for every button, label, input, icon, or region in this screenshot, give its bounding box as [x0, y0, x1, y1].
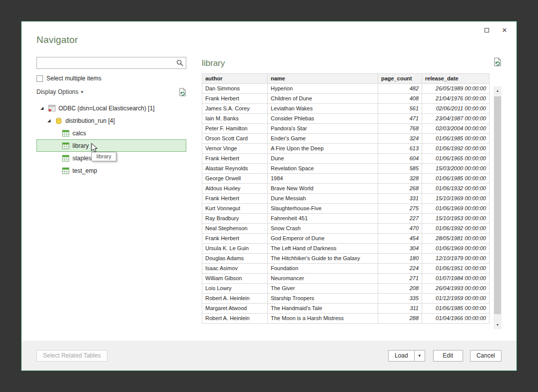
table-row: Frank Herbert God Emperor of Dune 454 28…	[202, 234, 490, 244]
maximize-button[interactable]	[482, 25, 492, 34]
cell-name: 1984	[268, 174, 378, 184]
column-header-release-date: release_date	[422, 74, 490, 84]
cell-author: James S.A. Corey	[202, 104, 268, 114]
scroll-up-icon[interactable]: ▲	[494, 86, 502, 95]
cell-author: Frank Herbert	[202, 234, 268, 244]
cell-release-date: 02/03/2004 00:00:00	[422, 124, 490, 134]
cell-name: Starship Troopers	[268, 294, 378, 304]
cell-page-count: 335	[378, 294, 422, 304]
cell-author: Aldous Huxley	[202, 184, 268, 194]
cell-name: The Giver	[268, 284, 378, 294]
cell-name: Slaughterhouse-Five	[268, 204, 378, 214]
column-header-name: name	[268, 74, 378, 84]
column-header-page-count: page_count	[378, 74, 422, 84]
cell-release-date: 01/06/1969 00:00:00	[422, 204, 490, 214]
select-related-tables-button[interactable]: Select Related Tables	[36, 350, 107, 362]
table-row: Dan Simmons Hyperion 482 26/05/1989 00:0…	[202, 84, 490, 94]
cell-name: Neuromancer	[268, 274, 378, 284]
load-button[interactable]: Load	[388, 350, 414, 362]
tree-item-test-emp[interactable]: test_emp	[36, 164, 186, 177]
cell-author: Orson Scott Card	[202, 134, 268, 144]
cell-name: Fahrenheit 451	[268, 214, 378, 224]
table-row: Alastair Reynolds Revelation Space 585 1…	[202, 164, 490, 174]
refresh-icon[interactable]	[179, 88, 186, 96]
cell-author: Peter F. Hamilton	[202, 124, 268, 134]
cell-author: Lois Lowry	[202, 284, 268, 294]
cell-author: Douglas Adams	[202, 254, 268, 264]
select-multiple-checkbox[interactable]	[36, 75, 43, 82]
cell-release-date: 01/06/1985 00:00:00	[422, 304, 490, 314]
preview-scrollbar[interactable]: ▲ ▼	[494, 86, 502, 329]
cell-page-count: 328	[378, 174, 422, 184]
cell-release-date: 23/04/1987 00:00:00	[422, 114, 490, 124]
cell-name: The Handmaid's Tale	[268, 304, 378, 314]
search-icon[interactable]	[174, 59, 186, 66]
cell-page-count: 208	[378, 284, 422, 294]
cell-author: Iain M. Banks	[202, 114, 268, 124]
display-options-dropdown[interactable]: Display Options ▾	[36, 88, 83, 95]
load-dropdown-button[interactable]: ▾	[414, 350, 425, 362]
expander-icon[interactable]: ◢	[40, 106, 48, 110]
expander-icon[interactable]: ◢	[47, 118, 55, 123]
table-row: Frank Herbert Dune 604 01/06/1965 00:00:…	[202, 154, 490, 164]
tree-item-library[interactable]: library	[36, 139, 186, 152]
close-button[interactable]: ✕	[500, 25, 510, 34]
close-icon: ✕	[502, 26, 508, 34]
table-row: Orson Scott Card Ender's Game 324 01/06/…	[202, 134, 490, 144]
cell-name: Brave New World	[268, 184, 378, 194]
preview-table: author name page_count release_date Dan …	[202, 73, 490, 324]
cell-author: Frank Herbert	[202, 94, 268, 104]
cell-name: Hyperion	[268, 84, 378, 94]
table-row: Neal Stephenson Snow Crash 470 01/06/199…	[202, 224, 490, 234]
table-row: Iain M. Banks Consider Phlebas 471 23/04…	[202, 114, 490, 124]
cancel-button[interactable]: Cancel	[470, 350, 502, 362]
cell-page-count: 482	[378, 84, 422, 94]
edit-button[interactable]: Edit	[433, 350, 463, 362]
cell-name: Pandora's Star	[268, 124, 378, 134]
refresh-preview-icon[interactable]	[494, 57, 502, 66]
cell-release-date: 01/06/1932 00:00:00	[422, 184, 490, 194]
cell-page-count: 408	[378, 94, 422, 104]
cell-name: The Left Hand of Darkness	[268, 244, 378, 254]
cell-release-date: 02/06/2011 00:00:00	[422, 104, 490, 114]
table-row: Margaret Atwood The Handmaid's Tale 311 …	[202, 304, 490, 314]
cell-release-date: 01/06/1992 00:00:00	[422, 224, 490, 234]
table-row: Lois Lowry The Giver 208 26/04/1993 00:0…	[202, 284, 490, 294]
select-multiple-row[interactable]: Select multiple items	[36, 74, 186, 83]
cell-release-date: 01/06/1985 00:00:00	[422, 134, 490, 144]
load-split-button: Load ▾	[388, 350, 425, 362]
scroll-down-icon[interactable]: ▼	[494, 321, 502, 329]
tree-item-calcs[interactable]: calcs	[36, 127, 186, 139]
cell-name: Snow Crash	[268, 224, 378, 234]
cell-author: George Orwell	[202, 174, 268, 184]
cell-page-count: 288	[378, 314, 422, 324]
table-row: Robert A. Heinlein The Moon is a Harsh M…	[202, 314, 490, 324]
tree-item-label: staples	[72, 155, 91, 162]
search-input[interactable]	[37, 57, 174, 68]
navigator-dialog: ✕ Navigator Select multiple items Displa…	[21, 21, 517, 371]
cell-page-count: 604	[378, 154, 422, 164]
cell-page-count: 613	[378, 144, 422, 154]
cell-name: The Hitchhiker's Guide to the Galaxy	[268, 254, 378, 264]
cell-author: Ray Bradbury	[202, 214, 268, 224]
cell-page-count: 180	[378, 254, 422, 264]
table-row: Aldous Huxley Brave New World 268 01/06/…	[202, 184, 490, 194]
cell-release-date: 26/05/1989 00:00:00	[422, 84, 490, 94]
table-row: George Orwell 1984 328 01/06/1985 00:00:…	[202, 174, 490, 184]
table-row: James S.A. Corey Leviathan Wakes 561 02/…	[202, 104, 490, 114]
scrollbar-thumb[interactable]	[494, 96, 501, 314]
navigation-tree: ◢ ODBC (dsn=Local Elasticsearch) [1] ◢	[36, 102, 186, 177]
table-row: Ray Bradbury Fahrenheit 451 227 15/10/19…	[202, 214, 490, 224]
tree-item-odbc-source[interactable]: ◢ ODBC (dsn=Local Elasticsearch) [1]	[36, 102, 186, 114]
cell-author: Margaret Atwood	[202, 304, 268, 314]
tree-item-distribution-run[interactable]: ◢ distribution_run [4]	[36, 114, 186, 127]
cell-page-count: 275	[378, 204, 422, 214]
cell-author: Dan Simmons	[202, 84, 268, 94]
chevron-down-icon: ▾	[418, 353, 421, 358]
cell-release-date: 28/05/1981 00:00:00	[422, 234, 490, 244]
table-icon	[62, 155, 72, 162]
cell-release-date: 15/03/2000 00:00:00	[422, 164, 490, 174]
cell-name: Dune Messiah	[268, 194, 378, 204]
table-icon	[62, 130, 72, 137]
cell-release-date: 01/06/1992 00:00:00	[422, 144, 490, 154]
